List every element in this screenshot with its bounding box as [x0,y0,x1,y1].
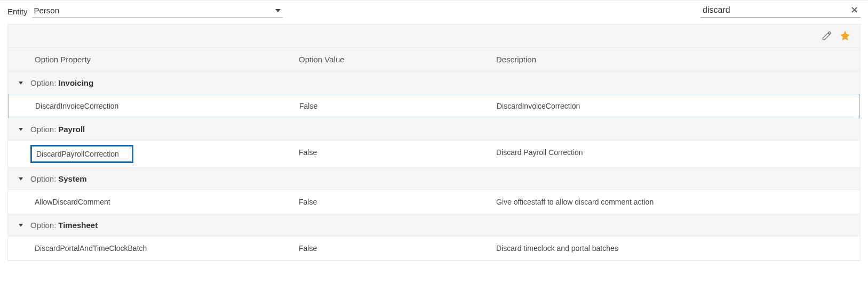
cell-description: Discard Payroll Correction [496,141,860,167]
group-prefix: Option: [30,174,56,183]
chevron-down-icon [19,177,23,181]
search-input[interactable] [703,5,848,15]
header-option-property: Option Property [8,47,299,71]
group-header[interactable]: Option: Invoicing [8,72,860,94]
cell-description: DiscardInvoiceCorrection [497,94,859,118]
group-header[interactable]: Option: System [8,168,860,190]
chevron-down-icon [275,9,281,12]
grid-body: Option: InvoicingDiscardInvoiceCorrectio… [7,72,861,261]
group-name: System [58,174,86,183]
header-option-value: Option Value [299,47,496,71]
search-field-wrap: ✕ [700,5,861,18]
entity-select-value: Person [34,6,60,15]
group-header[interactable]: Option: Timesheet [8,214,860,236]
table-row[interactable]: DiscardPortalAndTimeClockBatchFalseDisca… [8,236,860,261]
cell-option-property: DiscardPortalAndTimeClockBatch [8,237,299,260]
highlighted-property: DiscardPayrollCorrection [30,145,133,163]
cell-description: Discard timeclock and portal batches [496,237,860,260]
chevron-down-icon [19,82,23,85]
header-description: Description [496,47,860,71]
group-name: Timesheet [58,221,98,230]
entity-select[interactable]: Person [32,5,283,18]
cell-option-property: AllowDiscardComment [8,190,299,214]
table-header: Option Property Option Value Description [7,47,861,72]
group-prefix: Option: [30,221,56,230]
cell-option-property: DiscardInvoiceCorrection [9,94,299,118]
cell-option-value: False [299,94,497,118]
clear-search-icon[interactable]: ✕ [848,5,861,15]
group-prefix: Option: [30,125,56,134]
filter-bar: Entity Person ✕ [0,0,868,24]
cell-option-value: False [299,141,496,167]
entity-label: Entity [7,7,28,16]
toolbar [7,24,861,47]
edit-icon[interactable] [822,30,832,41]
cell-option-value: False [299,190,496,214]
table-row[interactable]: DiscardInvoiceCorrectionFalseDiscardInvo… [8,94,860,118]
table-row[interactable]: DiscardPayrollCorrectionFalseDiscard Pay… [8,140,860,168]
table-row[interactable]: AllowDiscardCommentFalseGive officestaff… [8,190,860,214]
cell-option-value: False [299,237,496,260]
chevron-down-icon [19,224,23,227]
group-header[interactable]: Option: Payroll [8,118,860,140]
star-icon[interactable] [840,30,850,41]
group-name: Payroll [58,125,85,134]
group-name: Invoicing [58,78,93,87]
cell-option-property: DiscardPayrollCorrection [8,141,299,167]
cell-description: Give officestaff to allow discard commen… [496,190,860,214]
group-prefix: Option: [30,78,56,87]
chevron-down-icon [19,128,23,131]
